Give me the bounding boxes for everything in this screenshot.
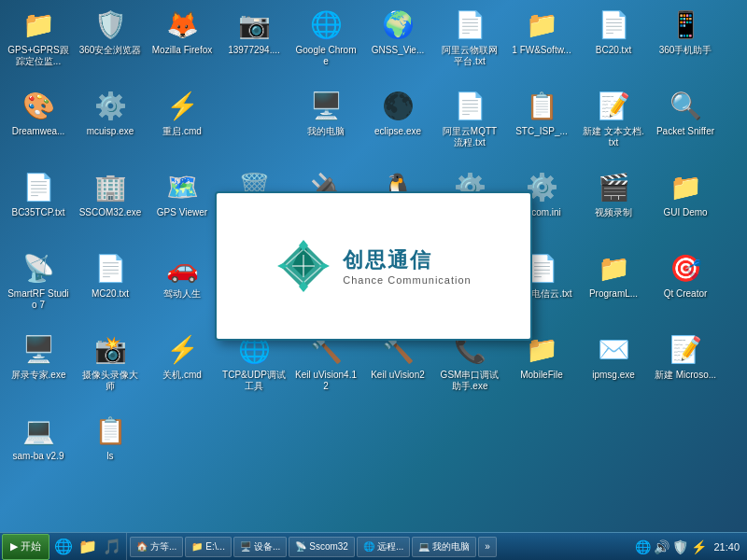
desktop-icon-camera-record[interactable]: 📸摄像头录像大师	[77, 329, 144, 409]
desktop-icon-360safe[interactable]: 🛡️360安全浏览器	[77, 5, 144, 84]
splash-company-en: Chance Communication	[343, 274, 471, 286]
tray-antivirus[interactable]: 🛡️	[672, 539, 688, 554]
desktop-icon-mc20-txt[interactable]: 📄MC20.txt	[77, 248, 144, 328]
desktop-icon-drive-life[interactable]: 🚗驾动人生	[148, 248, 216, 328]
explorer-icon[interactable]: 📁	[77, 538, 99, 555]
icon-image-new-word: 📝	[669, 333, 702, 367]
taskbar-item-icon-1: 📁	[191, 541, 203, 552]
taskbar-item-5[interactable]: 💻我的电脑	[412, 537, 476, 557]
icon-label-my-computer: 我的电脑	[307, 126, 345, 137]
taskbar-item-label-5: 我的电脑	[432, 540, 470, 553]
desktop-icon-ipmsg[interactable]: ✉️ipmsg.exe	[580, 329, 647, 409]
ie-icon[interactable]: 🌐	[52, 538, 75, 555]
desktop-icon-mobilefile[interactable]: 📁MobileFile	[508, 329, 575, 409]
icon-image-13977294: 📷	[237, 8, 271, 42]
icon-image-mc20-txt: 📄	[93, 252, 127, 286]
desktop-icon-screen-expert[interactable]: 🖥️屏录专家.exe	[5, 329, 72, 409]
taskbar-item-1[interactable]: 📁E:\...	[185, 537, 232, 557]
desktop-icon-video-record[interactable]: 🎬视频录制	[580, 167, 647, 246]
taskbar-item-4[interactable]: 🌐远程...	[357, 537, 410, 557]
desktop-icon-ls[interactable]: 📋ls	[77, 411, 144, 490]
taskbar-item-0[interactable]: 🏠方等...	[130, 537, 183, 557]
icon-label-samba: sam-ba v2.9	[12, 451, 63, 462]
desktop-icon-mozilla-firefox[interactable]: 🦊Mozilla Firefox	[148, 5, 216, 84]
icon-label-ipmsg: ipmsg.exe	[592, 370, 635, 381]
taskbar-item-icon-3: 📡	[295, 541, 306, 552]
tray-volume[interactable]: 🔊	[654, 539, 669, 554]
icon-label-drive-life: 驾动人生	[163, 288, 201, 300]
taskbar-item-icon-0: 🏠	[136, 541, 148, 552]
icon-label-screen-expert: 屏录专家.exe	[11, 370, 66, 381]
icon-image-eclipse: 🌑	[381, 90, 415, 123]
icon-label-smartrf-studio7: SmartRF Studio 7	[7, 288, 70, 311]
icon-image-stc-isp: 📋	[525, 90, 558, 123]
desktop-icon-gps-viewer[interactable]: 🗺️GPS Viewer	[148, 167, 216, 246]
desktop-icon-google-chrome[interactable]: 🌐Google Chrome	[292, 5, 359, 84]
desktop-icon-qt-creator[interactable]: 🎯Qt Creator	[652, 248, 719, 328]
taskbar-item-2[interactable]: 🖥️设备...	[233, 537, 287, 557]
desktop-icon-packet-sniffer[interactable]: 🔍Packet Sniffer	[652, 86, 719, 165]
desktop-icon-mcuisp[interactable]: ⚙️mcuisp.exe	[77, 86, 144, 165]
taskbar-item-icon-5: 💻	[418, 541, 430, 552]
desktop-icon-stc-isp[interactable]: 📋STC_ISP_...	[508, 86, 575, 165]
icon-label-mcuisp: mcuisp.exe	[87, 126, 134, 137]
icon-label-mc20-txt: MC20.txt	[92, 288, 129, 300]
desktop-icon-tcpudp-tool[interactable]: 🌐TCP&UDP调试工具	[220, 329, 288, 409]
desktop-icon-13977294[interactable]: 📷13977294....	[220, 5, 288, 84]
desktop-icon-eclipse[interactable]: 🌑eclipse.exe	[364, 86, 431, 165]
desktop-icon-gps-folder[interactable]: 📁GPS+GPRS跟踪定位监...	[5, 5, 72, 84]
taskbar-item-3[interactable]: 📡Sscom32	[289, 537, 355, 557]
desktop-icon-keil-uv412[interactable]: 🔨Keil uVision4.12	[292, 329, 359, 409]
taskbar-overflow[interactable]: »	[478, 537, 497, 557]
icon-label-gps-viewer: GPS Viewer	[157, 207, 207, 218]
icon-label-aliyun-iot: 阿里云物联网平台.txt	[438, 45, 501, 67]
icon-image-drive-life: 🚗	[165, 252, 199, 286]
desktop-icon-new-word[interactable]: 📝新建 Microso...	[652, 329, 719, 409]
icon-image-aliyun-mqtt: 📄	[453, 90, 486, 123]
splash-overlay[interactable]: 创思通信 Chance Communication	[215, 191, 532, 341]
splash-company-cn: 创思通信	[343, 246, 471, 274]
desktop-icon-bc35tcp-txt[interactable]: 📄BC35TCP.txt	[5, 167, 72, 246]
desktop-icon-restart-cmd[interactable]: ⚡重启.cmd	[148, 86, 216, 165]
desktop-icon-aliyun-mqtt[interactable]: 📄阿里云MQTT流程.txt	[436, 86, 503, 165]
icon-label-new-txt: 新建 文本文档.txt	[582, 126, 645, 148]
icon-image-bc20-txt: 📄	[597, 8, 630, 42]
icon-label-google-chrome: Google Chrome	[294, 45, 358, 67]
icon-image-gps-folder: 📁	[21, 8, 55, 42]
taskbar-item-icon-4: 🌐	[363, 541, 374, 552]
icon-label-camera-record: 摄像头录像大师	[78, 370, 142, 392]
desktop-icon-folder-1[interactable]: 📁1 FW&Softw...	[508, 5, 575, 84]
taskbar: ▶ 开始 🌐 📁 🎵 🏠方等...📁E:\...🖥️设备...📡Sscom32🌐…	[0, 532, 747, 560]
start-label: 开始	[21, 539, 41, 553]
icon-image-folder-1: 📁	[525, 8, 558, 42]
icon-label-360mobile: 360手机助手	[659, 45, 712, 56]
desktop-icon-new-txt[interactable]: 📝新建 文本文档.txt	[580, 86, 647, 165]
icon-image-gui-demo: 📁	[669, 171, 702, 204]
desktop-icon-samba[interactable]: 💻sam-ba v2.9	[5, 411, 72, 490]
start-button[interactable]: ▶ 开始	[2, 534, 49, 560]
icon-label-gnss-viewer: GNSS_Vie...	[372, 45, 425, 56]
icon-image-ipmsg: ✉️	[597, 333, 630, 367]
desktop-icon-my-computer[interactable]: 🖥️我的电脑	[292, 86, 359, 165]
desktop-icon-360mobile[interactable]: 📱360手机助手	[652, 5, 719, 84]
desktop-icon-aliyun-iot[interactable]: 📄阿里云物联网平台.txt	[436, 5, 503, 84]
icon-label-gui-demo: GUI Demo	[663, 207, 707, 218]
desktop-icon-keil-uv2[interactable]: 🔨Keil uVision2	[364, 329, 431, 409]
icon-label-keil-uv412: Keil uVision4.12	[294, 370, 358, 392]
taskbar-item-label-4: 远程...	[377, 540, 403, 553]
system-time: 21:40	[710, 541, 743, 553]
start-icon: ▶	[10, 540, 18, 553]
desktop-icon-shutdown-cmd[interactable]: ⚡关机.cmd	[148, 329, 216, 409]
icon-label-qt-creator: Qt Creator	[664, 288, 708, 300]
media-icon[interactable]: 🎵	[101, 538, 123, 555]
icon-label-stc-isp: STC_ISP_...	[515, 126, 568, 137]
desktop-icon-dreamweaver[interactable]: 🎨Dreamwea...	[5, 86, 72, 165]
desktop-icon-smartrf-studio7[interactable]: 📡SmartRF Studio 7	[5, 248, 72, 328]
desktop-icon-gnss-viewer[interactable]: 🌍GNSS_Vie...	[364, 5, 431, 84]
desktop-icon-programl[interactable]: 📁ProgramL...	[580, 248, 647, 328]
tray-network[interactable]: 🌐	[635, 539, 651, 554]
desktop-icon-bc20-txt[interactable]: 📄BC20.txt	[580, 5, 647, 84]
desktop-icon-gsm-debug[interactable]: 📞GSM串口调试助手.exe	[436, 329, 503, 409]
desktop-icon-sscom32[interactable]: 🏢SSCOM32.exe	[77, 167, 144, 246]
desktop-icon-gui-demo[interactable]: 📁GUI Demo	[652, 167, 719, 246]
